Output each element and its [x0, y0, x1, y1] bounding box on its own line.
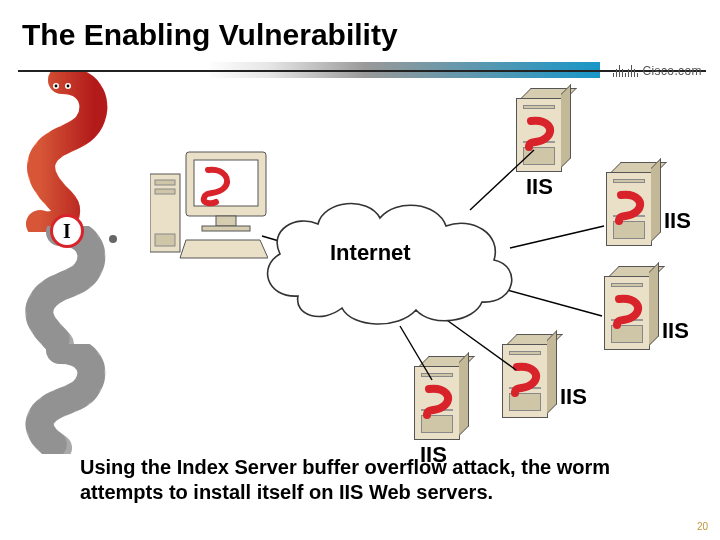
badge-letter: I [63, 220, 71, 243]
cisco-bars-icon [613, 65, 639, 77]
slide-caption: Using the Index Server buffer overflow a… [80, 455, 680, 506]
cloud-label: Internet [330, 240, 411, 266]
diagram-stage: I Internet [0, 86, 720, 436]
brand-text: Cisco.com [642, 64, 702, 78]
page-number: 20 [697, 521, 708, 532]
brand-logo: Cisco.com [613, 64, 702, 78]
badge-dot [109, 235, 117, 243]
badge-circle: I [50, 214, 84, 248]
slide-title: The Enabling Vulnerability [0, 0, 720, 58]
